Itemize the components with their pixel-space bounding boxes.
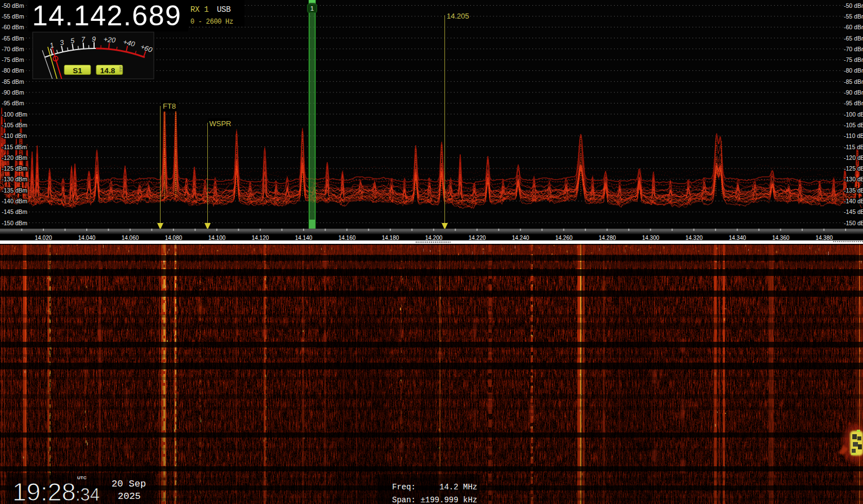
svg-text:-85 dBm: -85 dBm [2,78,24,85]
svg-text:-50 dBm: -50 dBm [844,2,863,9]
svg-text:14.142.689: 14.142.689 [32,0,181,32]
svg-text:-55 dBm: -55 dBm [844,13,863,20]
svg-text:-55 dBm: -55 dBm [2,13,24,20]
svg-text:-130 dBm: -130 dBm [844,176,863,182]
svg-text:14.8: 14.8 [100,66,115,75]
svg-text:-120 dBm: -120 dBm [844,154,863,161]
svg-text:-120 dBm: -120 dBm [2,154,28,161]
svg-text:-70 dBm: -70 dBm [2,46,24,52]
svg-text:-85 dBm: -85 dBm [844,78,863,85]
svg-text:9: 9 [92,35,96,43]
svg-text:-70 dBm: -70 dBm [844,46,863,52]
svg-text:S1: S1 [73,66,82,75]
svg-text:-125 dBm: -125 dBm [2,165,28,172]
svg-text:-130 dBm: -130 dBm [2,176,28,182]
svg-text:0 - 2600 Hz: 0 - 2600 Hz [190,18,233,26]
svg-text:-100 dBm: -100 dBm [844,111,863,118]
svg-text:-90 dBm: -90 dBm [2,89,24,96]
svg-text:-135 dBm: -135 dBm [844,187,863,194]
svg-text:-145 dBm: -145 dBm [2,208,28,215]
svg-text:-140 dBm: -140 dBm [844,198,863,204]
svg-text:-60 dBm: -60 dBm [2,24,24,30]
svg-text:-60 dBm: -60 dBm [844,24,863,30]
svg-text:-145 dBm: -145 dBm [844,208,863,215]
svg-text:-140 dBm: -140 dBm [2,198,28,204]
svg-text:-75 dBm: -75 dBm [2,56,24,63]
svg-text:USB: USB [217,5,230,14]
svg-text:-105 dBm: -105 dBm [844,122,863,128]
svg-text:RX 1: RX 1 [190,5,208,14]
svg-text:-80 dBm: -80 dBm [844,67,863,74]
svg-text:-95 dBm: -95 dBm [2,100,24,106]
svg-text:1: 1 [310,5,314,12]
svg-text:-150 dBm: -150 dBm [2,220,28,226]
svg-text:+20: +20 [103,35,115,44]
svg-text:14.205: 14.205 [447,12,469,20]
svg-text:SNR: SNR [119,66,122,72]
svg-text:-90 dBm: -90 dBm [844,89,863,96]
svg-text:-75 dBm: -75 dBm [844,56,863,63]
svg-text:FT8: FT8 [163,102,176,110]
svg-text:WSPR: WSPR [210,119,232,128]
svg-text:-115 dBm: -115 dBm [844,144,863,150]
svg-text:-80 dBm: -80 dBm [2,67,24,74]
svg-text:-50 dBm: -50 dBm [2,2,24,9]
svg-text:-110 dBm: -110 dBm [2,132,27,139]
svg-text:-125 dBm: -125 dBm [844,165,863,172]
svg-text:-115 dBm: -115 dBm [2,144,27,150]
svg-text:-100 dBm: -100 dBm [2,111,28,118]
svg-text:-105 dBm: -105 dBm [2,122,28,128]
svg-text:-95 dBm: -95 dBm [844,100,863,106]
svg-text:-135 dBm: -135 dBm [2,187,28,194]
svg-text:-150 dBm: -150 dBm [844,220,863,226]
svg-text:-65 dBm: -65 dBm [2,35,24,42]
svg-text:-110 dBm: -110 dBm [844,132,863,139]
svg-text:-65 dBm: -65 dBm [844,35,863,42]
